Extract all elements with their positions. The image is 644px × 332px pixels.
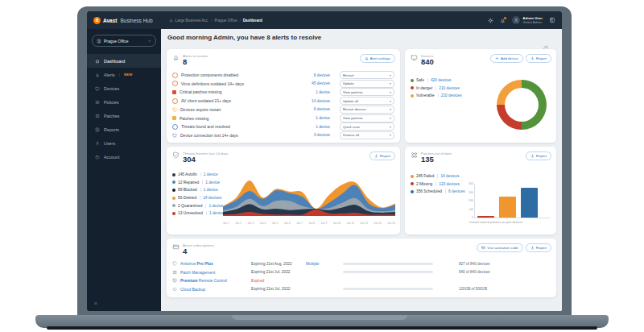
subscription-name-link[interactable]: Cloud Backup	[180, 287, 248, 292]
sidebar-item-policies[interactable]: Policies	[87, 95, 161, 109]
legend-devices-link[interactable]: 210 devices	[438, 93, 462, 98]
notifications-bell-icon[interactable]	[500, 18, 506, 23]
avast-logo[interactable]: a Avast Business Hub	[93, 17, 153, 24]
legend-devices-link[interactable]: 420 devices	[427, 78, 452, 82]
legend-dot	[172, 212, 175, 215]
legend-devices-link[interactable]: 14 devices	[200, 196, 221, 200]
alert-row: Patches missing1 deviceView patches▾	[172, 114, 394, 122]
avast-logo-icon: a	[93, 17, 101, 24]
legend-item: 2 Quarantined1 device	[172, 201, 224, 210]
org-selector[interactable]: Prague Office	[92, 35, 156, 47]
bell-icon	[365, 56, 369, 60]
legend-devices-link[interactable]: 1 device	[205, 204, 223, 208]
alert-action-select[interactable]: View patches▾	[340, 88, 394, 96]
subscription-name-link[interactable]: Patch Management	[180, 270, 248, 275]
legend-devices-link[interactable]: 210 devices	[436, 86, 460, 90]
add-device-button[interactable]: Add device	[490, 54, 523, 63]
x-axis-label: Jun 2	[235, 222, 242, 225]
subscription-icon	[172, 278, 177, 283]
credit-card-icon	[172, 243, 180, 251]
credit-card-icon	[481, 246, 485, 250]
usage-progress-bar	[343, 288, 433, 290]
alerts-card: Alerts to resolve 8 Alert settings Prote…	[167, 49, 400, 143]
use-activation-code-button[interactable]: Use activation code	[477, 243, 522, 252]
chevron-down-icon	[147, 39, 152, 44]
breadcrumb-item[interactable]: Dashboard	[243, 19, 262, 23]
alert-action-select[interactable]: Restart▾	[340, 71, 394, 79]
sidebar-collapse-button[interactable]: «	[94, 301, 97, 306]
legend-dot	[411, 175, 414, 178]
report-button[interactable]: Report	[526, 151, 551, 160]
breadcrumb-item[interactable]: Large Business Acc.	[175, 19, 209, 23]
alert-action-select[interactable]: Update all▾	[340, 97, 394, 105]
alert-devices-link[interactable]: 3 devices	[291, 133, 330, 137]
gear-icon[interactable]	[488, 18, 493, 23]
x-axis-label: Jun 11	[347, 222, 354, 225]
alert-row: Protection components disabled6 devicesR…	[172, 71, 394, 79]
alert-label: Virus definitions outdated 14+ days	[181, 81, 288, 86]
legend-devices-link[interactable]: 14 devices	[437, 174, 459, 178]
user-role: Global Admin	[522, 20, 543, 24]
alert-devices-link[interactable]: 45 devices	[291, 81, 330, 85]
x-axis-label: Jun 9	[321, 222, 328, 225]
legend-devices-link[interactable]: 1 device	[202, 181, 220, 185]
alert-devices-link[interactable]: 1 device	[291, 116, 330, 120]
report-button[interactable]: Report	[526, 243, 551, 252]
legend-devices-link[interactable]: 1 device	[200, 172, 218, 176]
alert-action-select[interactable]: Dismiss all▾	[340, 131, 394, 139]
legend-item: 145 Autofix1 device	[172, 171, 224, 179]
patches-icon	[411, 151, 418, 159]
breadcrumb-item[interactable]: Prague Office	[214, 19, 237, 23]
alert-action-select[interactable]: Update▾	[340, 80, 394, 88]
main-content: Good morning Admin, you have 8 alerts to…	[161, 29, 562, 311]
subscription-name-link[interactable]: Antivirus Pro Plus	[180, 261, 248, 266]
sidebar-item-reports[interactable]: Reports	[87, 122, 161, 136]
plus-icon	[495, 56, 499, 60]
report-button[interactable]: Report	[369, 151, 395, 160]
subscription-multiple-link[interactable]: Multiple	[306, 262, 340, 266]
topbar: a Avast Business Hub Large Business Acc.…	[87, 11, 562, 29]
legend-label: 245 Failed	[416, 174, 434, 178]
y-axis-tick: 100	[469, 208, 473, 211]
sidebar-item-dashboard[interactable]: Dashboard	[87, 54, 161, 68]
app-switcher-icon[interactable]	[549, 17, 555, 23]
patches-bar-chart: 4003002001000	[474, 184, 551, 218]
report-button[interactable]: Report	[526, 54, 551, 63]
sidebar-item-devices[interactable]: Devices	[87, 81, 161, 95]
legend-item: 89 Blocked1 device	[172, 186, 224, 194]
user-menu[interactable]: Admin User Global Admin	[512, 16, 543, 25]
alert-devices-link[interactable]: 1 device	[291, 90, 330, 94]
page-title: Good morning Admin, you have 8 alerts to…	[167, 34, 321, 41]
legend-dot	[411, 190, 414, 193]
alert-row: Devices require restart6 devicesRestart …	[172, 106, 394, 114]
subscription-name-link[interactable]: Premium Remote Control	[180, 278, 248, 283]
alert-action-select[interactable]: View patches▾	[340, 114, 394, 122]
alert-label: Protection components disabled	[181, 73, 288, 77]
legend-dot	[411, 182, 414, 185]
legend-devices-link[interactable]: 123 devices	[436, 182, 460, 186]
subscription-usage: 540 of 840 devices	[459, 270, 490, 274]
breadcrumb: Large Business Acc./Prague Office/Dashbo…	[169, 19, 262, 23]
alert-settings-button[interactable]: Alert settings	[360, 54, 395, 63]
alert-devices-link[interactable]: 6 devices	[291, 107, 330, 111]
x-axis-label: Jun 1	[223, 222, 229, 225]
sidebar-item-account[interactable]: Account	[87, 150, 161, 164]
legend-devices-link[interactable]: 1 device	[200, 188, 218, 192]
alerts-count: 8	[183, 58, 208, 66]
laptop-base-notch	[232, 315, 407, 320]
alert-devices-link[interactable]: 1 device	[291, 125, 330, 129]
sidebar-item-patches[interactable]: Patches	[87, 109, 161, 122]
alert-action-select[interactable]: Restart devices▾	[340, 106, 394, 114]
legend-item: Safe420 devices	[411, 77, 461, 85]
y-axis-tick: 400	[469, 182, 473, 185]
alert-devices-link[interactable]: 14 devices	[291, 99, 330, 103]
sidebar-item-users[interactable]: Users	[87, 136, 161, 150]
breadcrumb-separator: /	[240, 19, 241, 23]
x-axis-label: Jun 14	[387, 222, 395, 225]
legend-label: 12 Repaired	[178, 181, 199, 185]
alert-devices-link[interactable]: 6 devices	[291, 73, 330, 77]
alert-action-select[interactable]: Quick scan▾	[340, 122, 394, 131]
legend-devices-link[interactable]: 6 devices	[445, 189, 464, 193]
sidebar-item-alerts[interactable]: Alerts|NEW	[87, 68, 161, 81]
logo-text-bold: Avast	[103, 18, 117, 23]
